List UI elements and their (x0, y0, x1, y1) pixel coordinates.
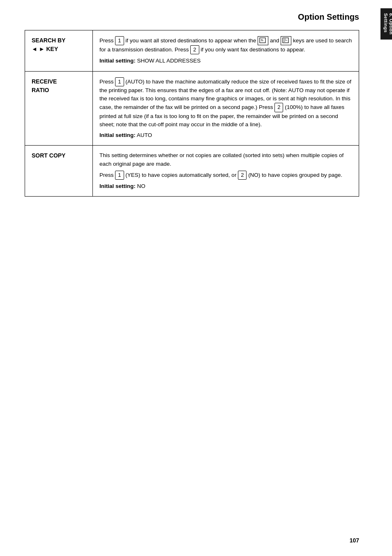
initial-label-1: Initial setting: (99, 58, 136, 64)
table-row: RECEIVERATIO Press 1 (AUTO) to have the … (25, 71, 359, 146)
key-btn-2c: 2 (238, 171, 247, 180)
page-title: Option Settings (298, 12, 359, 22)
main-content: SEARCH BY◄ ► KEY Press 1 if you want all… (0, 26, 392, 213)
label-receive-ratio: RECEIVERATIO (32, 78, 57, 93)
sort-copy-initial: Initial setting: NO (99, 182, 352, 190)
label-cell-search-by-key: SEARCH BY◄ ► KEY (25, 30, 93, 72)
fax-key-left-icon (258, 36, 268, 45)
key-btn-1: 1 (115, 36, 124, 45)
receive-ratio-initial: Initial setting: AUTO (99, 131, 352, 139)
fax-key-left-svg (259, 37, 267, 44)
settings-table: SEARCH BY◄ ► KEY Press 1 if you want all… (25, 30, 359, 197)
page-header: Option Settings (0, 0, 392, 26)
side-tab: 8. OptionSettings (380, 8, 392, 39)
label-sort-copy: SORT COPY (32, 152, 65, 159)
content-cell-receive-ratio: Press 1 (AUTO) to have the machine autom… (93, 71, 359, 146)
sort-copy-para1: This setting determines whether or not c… (99, 151, 352, 168)
side-tab-text: 8. OptionSettings (383, 13, 392, 35)
key-btn-2a: 2 (190, 45, 199, 54)
initial-label-2: Initial setting: (99, 132, 136, 138)
content-cell-sort-copy: This setting determines whether or not c… (93, 146, 359, 197)
initial-label-3: Initial setting: (99, 183, 136, 189)
label-cell-receive-ratio: RECEIVERATIO (25, 71, 93, 146)
table-row: SORT COPY This setting determines whethe… (25, 146, 359, 197)
svg-rect-0 (260, 38, 265, 43)
key-btn-1b: 1 (115, 77, 124, 86)
search-by-para1: Press 1 if you want all stored destinati… (99, 36, 352, 54)
receive-ratio-para1: Press 1 (AUTO) to have the machine autom… (99, 77, 352, 129)
fax-key-right-icon (281, 36, 291, 45)
table-row: SEARCH BY◄ ► KEY Press 1 if you want all… (25, 30, 359, 72)
fax-key-right-svg (282, 37, 290, 44)
content-cell-search-by-key: Press 1 if you want all stored destinati… (93, 30, 359, 72)
sort-copy-para2: Press 1 (YES) to have copies automatical… (99, 171, 352, 180)
label-search-by: SEARCH BY◄ ► KEY (32, 37, 65, 52)
label-cell-sort-copy: SORT COPY (25, 146, 93, 197)
key-btn-1c: 1 (115, 171, 124, 180)
page-footer: 107 (350, 537, 359, 544)
page-number: 107 (350, 537, 359, 544)
key-btn-2b: 2 (274, 103, 283, 112)
search-by-initial: Initial setting: SHOW ALL ADDRESSES (99, 57, 352, 65)
